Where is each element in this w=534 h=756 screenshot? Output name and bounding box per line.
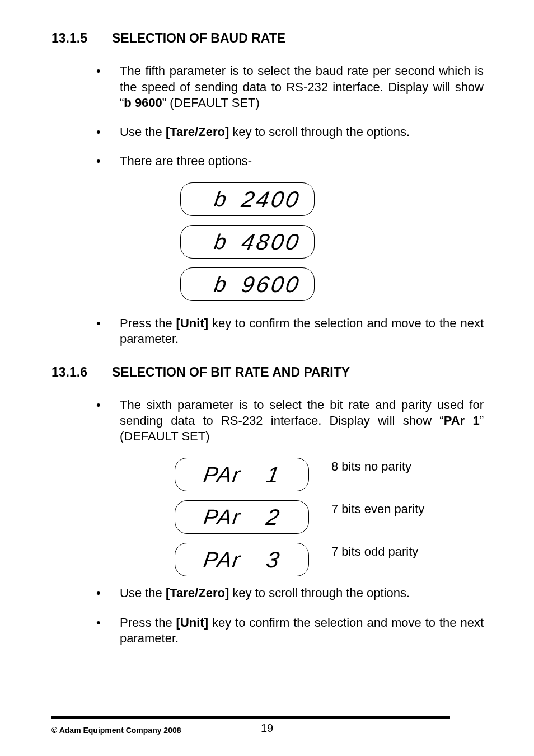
bullet-icon: • [96, 397, 120, 444]
bullet-icon: • [96, 63, 120, 110]
lcd-display: b 4800 [180, 225, 315, 259]
display-label: 7 bits odd parity [331, 543, 418, 560]
display-value: 2 [264, 503, 283, 532]
bullet-icon: • [96, 316, 120, 347]
display-value: 9600 [240, 270, 303, 299]
text-post: key to scroll through the options. [229, 125, 410, 139]
section-number-1: 13.1.5 [51, 30, 112, 46]
display-value: 2400 [240, 185, 303, 214]
text-pre: Press the [120, 616, 176, 630]
list-item: • The sixth parameter is to select the b… [96, 397, 484, 444]
display-row: PAr 2 7 bits even parity [175, 500, 484, 534]
section-number-2: 13.1.6 [51, 364, 112, 381]
lcd-display: PAr 1 [175, 458, 309, 491]
bullet-text: Press the [Unit] key to confirm the sele… [120, 316, 484, 347]
lcd-display: PAr 3 [175, 543, 309, 576]
display-row: b 9600 [180, 267, 484, 301]
text-pre: Use the [120, 125, 166, 139]
display-prefix: b [212, 271, 229, 298]
display-row: b 4800 [180, 225, 484, 259]
lcd-display: b 9600 [180, 267, 315, 301]
bullet-text: The fifth parameter is to select the bau… [120, 63, 484, 110]
bullet-text: There are three options- [120, 153, 484, 169]
display-row: PAr 3 7 bits odd parity [175, 543, 484, 576]
section-title-1: SELECTION OF BAUD RATE [112, 30, 285, 46]
display-row: b 2400 [180, 182, 484, 216]
text-bold: PAr 1 [444, 414, 480, 428]
display-prefix: PAr [202, 546, 242, 574]
page-container: 13.1.5 SELECTION OF BAUD RATE • The fift… [0, 0, 534, 756]
bullet-icon: • [96, 585, 120, 601]
display-prefix: b [212, 186, 229, 213]
bullet-text: Use the [Tare/Zero] key to scroll throug… [120, 585, 484, 601]
display-row: PAr 1 8 bits no parity [175, 458, 484, 491]
display-prefix: PAr [202, 461, 242, 489]
text-post: key to scroll through the options. [229, 586, 410, 600]
footer-rule [51, 716, 450, 717]
list-item: • Press the [Unit] key to confirm the se… [96, 615, 484, 646]
text-pre: There are three options- [120, 154, 252, 168]
section-title-2: SELECTION OF BIT RATE AND PARITY [112, 364, 350, 381]
bullet-icon: • [96, 124, 120, 140]
bullet-text: Press the [Unit] key to confirm the sele… [120, 615, 484, 646]
list-item: • Use the [Tare/Zero] key to scroll thro… [96, 585, 484, 601]
lcd-display: b 2400 [180, 182, 315, 216]
display-value: 1 [264, 461, 283, 489]
lcd-display: PAr 2 [175, 500, 309, 534]
display-label: 8 bits no parity [331, 458, 411, 475]
text-post: ” (DEFAULT SET) [162, 96, 260, 110]
section-heading-1: 13.1.5 SELECTION OF BAUD RATE [51, 30, 484, 46]
text-bold: [Tare/Zero] [166, 586, 229, 600]
text-pre: Press the [120, 316, 176, 330]
text-bold: [Tare/Zero] [166, 125, 229, 139]
display-column-2: PAr 1 8 bits no parity PAr 2 7 bits even… [175, 458, 484, 576]
display-column-1: b 2400 b 4800 b 9600 [180, 182, 484, 301]
display-value: 4800 [240, 228, 303, 256]
display-prefix: b [212, 228, 229, 256]
list-item: • Use the [Tare/Zero] key to scroll thro… [96, 124, 484, 140]
bullet-icon: • [96, 615, 120, 646]
text-pre: Use the [120, 586, 166, 600]
display-prefix: PAr [202, 504, 242, 531]
list-item: • Press the [Unit] key to confirm the se… [96, 316, 484, 347]
section-heading-2: 13.1.6 SELECTION OF BIT RATE AND PARITY [51, 364, 484, 381]
bullet-text: Use the [Tare/Zero] key to scroll throug… [120, 124, 484, 140]
display-value: 3 [264, 546, 283, 574]
list-item: • There are three options- [96, 153, 484, 169]
bullet-text: The sixth parameter is to select the bit… [120, 397, 484, 444]
text-bold: [Unit] [176, 616, 208, 630]
bullet-list-2: • The sixth parameter is to select the b… [96, 397, 484, 646]
list-item: • The fifth parameter is to select the b… [96, 63, 484, 110]
text-bold: [Unit] [176, 316, 208, 330]
text-pre: The sixth parameter is to select the bit… [120, 398, 484, 428]
bullet-icon: • [96, 153, 120, 169]
display-label: 7 bits even parity [331, 500, 424, 517]
footer-copyright: © Adam Equipment Company 2008 [51, 726, 181, 736]
bullet-list-1: • The fifth parameter is to select the b… [96, 63, 484, 347]
text-bold: b 9600 [124, 96, 162, 110]
